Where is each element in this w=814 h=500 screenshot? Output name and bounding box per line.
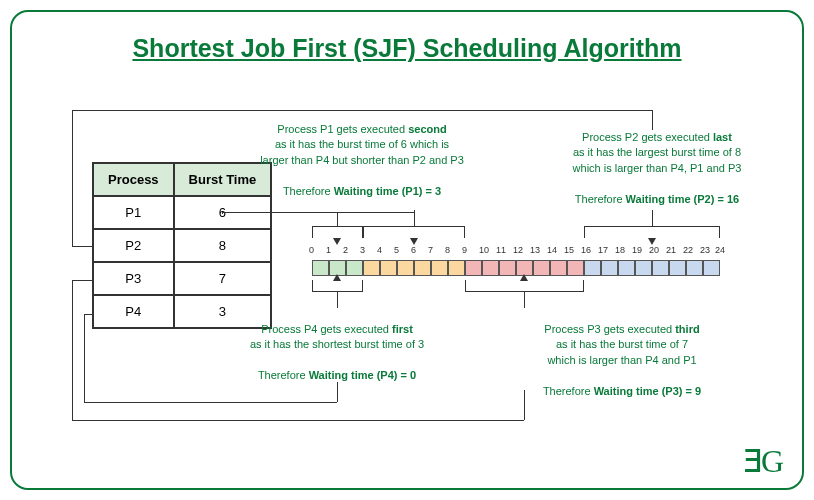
gantt-tick: 18 (615, 245, 625, 255)
cell-burst: 7 (174, 262, 272, 295)
connector-p2-d (652, 110, 653, 130)
connector-p4-a (84, 314, 92, 315)
cell-process: P1 (93, 196, 174, 229)
anno-p4-line2: as it has the shortest burst time of 3 (250, 338, 424, 350)
gantt-cell: 17 (601, 260, 618, 276)
gantt-tick: 21 (666, 245, 676, 255)
bracket-p3 (465, 280, 584, 292)
gantt-tick: 17 (598, 245, 608, 255)
connector-p4-d (337, 382, 338, 402)
gantt-cell: 9 (465, 260, 482, 276)
arrow-p2 (648, 238, 656, 245)
gantt-tick: 6 (411, 245, 416, 255)
arrow-p3 (520, 274, 528, 281)
arrow-p1 (410, 238, 418, 245)
anno-p3-line1: Process P3 gets executed (544, 323, 672, 335)
connector-p3-c (72, 420, 524, 421)
connector-p3-b (72, 280, 73, 420)
gantt-tick: 11 (496, 245, 506, 255)
anno-p4-line1: Process P4 gets executed (261, 323, 389, 335)
annotation-p3: Process P3 gets executed third as it has… (512, 322, 732, 399)
header-process: Process (93, 163, 174, 196)
gantt-cell: 20 (652, 260, 669, 276)
gantt-cell: 19 (635, 260, 652, 276)
anno-p3-wait-label: Therefore (543, 385, 591, 397)
gantt-cell: 11 (499, 260, 516, 276)
gantt-tick: 4 (377, 245, 382, 255)
cell-process: P4 (93, 295, 174, 328)
gantt-cell: 3 (363, 260, 380, 276)
anno-p1-line3: larger than P4 but shorter than P2 and P… (260, 154, 464, 166)
connector-p2-b (72, 110, 73, 246)
gantt-cell: 16 (584, 260, 601, 276)
gantt-cell: 13 (533, 260, 550, 276)
connector-p1-a (222, 212, 414, 213)
anno-p1-wait: Waiting time (P1) = 3 (334, 185, 441, 197)
gantt-tick: 19 (632, 245, 642, 255)
gantt-tick: 13 (530, 245, 540, 255)
gantt-tick: 24 (715, 245, 725, 255)
gantt-tick: 12 (513, 245, 523, 255)
gantt-chart: 0123456789101112131415161718192021222324 (312, 260, 720, 276)
anno-p4-wait: Waiting time (P4) = 0 (309, 369, 416, 381)
gantt-tick: 7 (428, 245, 433, 255)
gantt-tick: 1 (326, 245, 331, 255)
page-title: Shortest Job First (SJF) Scheduling Algo… (12, 34, 802, 63)
gantt-cell: 22 (686, 260, 703, 276)
gantt-tick: 0 (309, 245, 314, 255)
bracket-p1 (363, 226, 465, 238)
connector-p2-a (72, 246, 92, 247)
anno-p2-wait-label: Therefore (575, 193, 623, 205)
anno-p2-order: last (713, 131, 732, 143)
anno-p1-wait-label: Therefore (283, 185, 331, 197)
gantt-cell: 7 (431, 260, 448, 276)
gantt-tick: 15 (564, 245, 574, 255)
gantt-tick: 2 (343, 245, 348, 255)
gantt-cell: 5 (397, 260, 414, 276)
connector-p3-d (524, 390, 525, 420)
gantt-tick: 20 (649, 245, 659, 255)
gantt-cell: 10 (482, 260, 499, 276)
connector-p1-b (222, 212, 223, 214)
anno-p2-line1: Process P2 gets executed (582, 131, 710, 143)
gantt-tick: 16 (581, 245, 591, 255)
annotation-p1: Process P1 gets executed second as it ha… (242, 122, 482, 199)
connector-p3-stem (524, 292, 525, 308)
gantt-cell: 8 (448, 260, 465, 276)
anno-p2-line3: which is larger than P4, P1 and P3 (573, 162, 742, 174)
arrow-p4 (333, 274, 341, 281)
anno-p4-order: first (392, 323, 413, 335)
connector-p2-c (72, 110, 652, 111)
gantt-tick: 10 (479, 245, 489, 255)
gantt-tick: 9 (462, 245, 467, 255)
connector-p2-stem (652, 210, 653, 226)
anno-p3-order: third (675, 323, 699, 335)
arrow-p4-top (333, 238, 341, 245)
anno-p3-wait: Waiting time (P3) = 9 (594, 385, 701, 397)
connector-p4top (337, 212, 338, 226)
gfg-logo-icon: ƎG (743, 442, 782, 480)
anno-p3-line2: as it has the burst time of 7 (556, 338, 688, 350)
bracket-p4-top (312, 226, 363, 238)
annotation-p4: Process P4 gets executed first as it has… (222, 322, 452, 384)
connector-p4-c (84, 402, 337, 403)
anno-p1-line2: as it has the burst time of 6 which is (275, 138, 449, 150)
anno-p4-wait-label: Therefore (258, 369, 306, 381)
gantt-cell: 14 (550, 260, 567, 276)
connector-p1-stem (414, 210, 415, 226)
gantt-tick: 23 (700, 245, 710, 255)
anno-p1-order: second (408, 123, 447, 135)
connector-p4-stem (337, 292, 338, 308)
gantt-cell: 21 (669, 260, 686, 276)
cell-burst: 8 (174, 229, 272, 262)
anno-p2-wait: Waiting time (P2) = 16 (626, 193, 740, 205)
cell-process: P3 (93, 262, 174, 295)
gantt-cell: 2324 (703, 260, 720, 276)
connector-p3-a (72, 280, 92, 281)
gantt-cell: 6 (414, 260, 431, 276)
gantt-cell: 0 (312, 260, 329, 276)
anno-p1-line1: Process P1 gets executed (277, 123, 405, 135)
bracket-p4 (312, 280, 363, 292)
diagram-frame: Shortest Job First (SJF) Scheduling Algo… (10, 10, 804, 490)
annotation-p2: Process P2 gets executed last as it has … (542, 130, 772, 207)
